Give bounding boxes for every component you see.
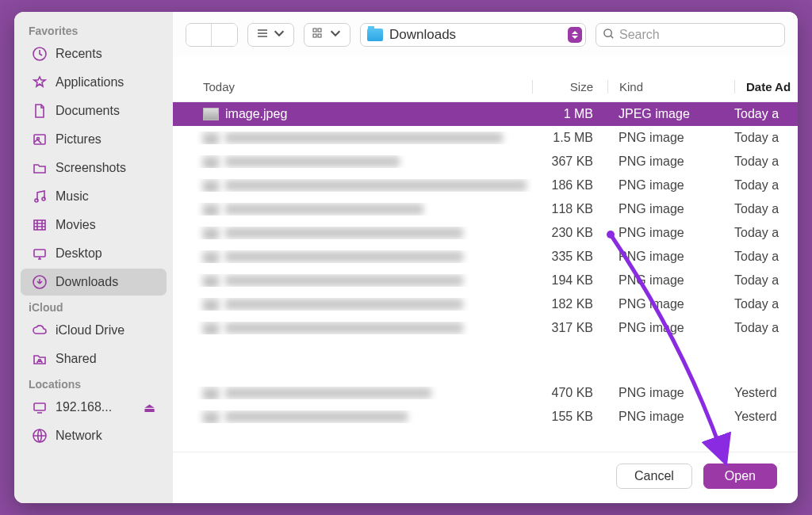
- movie-icon: [32, 217, 48, 233]
- sidebar-item-applications[interactable]: Applications: [21, 69, 167, 96]
- file-name-blurred: [225, 204, 423, 215]
- column-kind[interactable]: Kind: [607, 80, 734, 93]
- sidebar-item-192-168-[interactable]: 192.168...⏏: [21, 394, 167, 421]
- location-label: Downloads: [389, 27, 456, 43]
- file-size: 182 KB: [532, 297, 607, 311]
- nav-forward-button[interactable]: [212, 24, 237, 46]
- dialog-footer: Cancel Open: [173, 452, 798, 503]
- file-name-cell: [173, 298, 532, 311]
- sidebar-item-desktop[interactable]: Desktop: [21, 240, 167, 267]
- file-name-blurred: [225, 299, 463, 310]
- sidebar-item-label: Music: [56, 189, 89, 204]
- file-size: 186 KB: [532, 178, 607, 193]
- file-name-cell: [173, 387, 532, 399]
- sidebar-item-label: Applications: [56, 75, 124, 90]
- file-name-blurred: [225, 227, 463, 238]
- sidebar-item-recents[interactable]: Recents: [21, 40, 167, 67]
- table-row[interactable]: 155 KBPNG imageYesterd: [173, 405, 798, 429]
- group-by-button[interactable]: [304, 23, 350, 47]
- table-row[interactable]: 194 KBPNG imageToday a: [173, 269, 798, 292]
- file-name-cell: [173, 410, 532, 423]
- file-date: Today a: [734, 273, 798, 288]
- file-size: 367 KB: [532, 154, 607, 169]
- cancel-button[interactable]: Cancel: [616, 464, 692, 489]
- globe-icon: [32, 428, 48, 444]
- file-size: 1 MB: [532, 107, 607, 121]
- sidebar-item-pictures[interactable]: Pictures: [21, 126, 167, 153]
- file-name-blurred: [225, 251, 463, 262]
- column-date[interactable]: Date Ad: [734, 80, 798, 93]
- updown-icon: [568, 27, 582, 43]
- file-name-blurred: [225, 411, 408, 422]
- file-date: Today a: [734, 226, 798, 240]
- sidebar-item-label: Documents: [56, 104, 120, 118]
- file-size: 335 KB: [532, 250, 607, 264]
- file-kind: JPEG image: [607, 107, 734, 121]
- file-name-cell: [173, 179, 532, 192]
- table-row[interactable]: 182 KBPNG imageToday a: [173, 292, 798, 316]
- file-thumb-icon: [203, 410, 219, 423]
- doc-icon: [32, 103, 48, 119]
- table-row[interactable]: 1.5 MBPNG imageToday a: [173, 126, 798, 150]
- table-row[interactable]: 470 KBPNG imageYesterd: [173, 381, 798, 405]
- sidebar-item-icloud-drive[interactable]: iCloud Drive: [21, 317, 167, 344]
- search-input[interactable]: [619, 28, 778, 42]
- grid-icon: [312, 27, 325, 43]
- location-popup[interactable]: Downloads: [360, 23, 586, 47]
- search-field[interactable]: [596, 23, 785, 47]
- file-size: 118 KB: [532, 202, 607, 216]
- column-name[interactable]: Today: [173, 80, 532, 93]
- open-file-dialog: Favorites Recents Applications Documents…: [14, 12, 798, 503]
- sidebar-item-label: Screenshots: [56, 161, 126, 175]
- table-row[interactable]: 186 KBPNG imageToday a: [173, 174, 798, 197]
- open-button[interactable]: Open: [703, 464, 777, 489]
- nav-back-button[interactable]: [186, 24, 212, 46]
- file-list[interactable]: image.jpeg1 MBJPEG imageToday a1.5 MBPNG…: [173, 102, 798, 452]
- toolbar: Downloads: [173, 12, 798, 56]
- table-row[interactable]: 335 KBPNG imageToday a: [173, 245, 798, 269]
- file-date: Today a: [734, 297, 798, 311]
- sidebar-item-screenshots[interactable]: Screenshots: [21, 154, 167, 181]
- svg-rect-6: [34, 250, 45, 257]
- shared-icon: [32, 351, 48, 367]
- svg-point-4: [42, 197, 45, 200]
- svg-point-3: [35, 199, 38, 202]
- download-icon: [32, 274, 48, 290]
- file-kind: PNG image: [607, 297, 734, 311]
- table-row[interactable]: 118 KBPNG imageToday a: [173, 197, 798, 221]
- sidebar-item-music[interactable]: Music: [21, 183, 167, 210]
- file-name-blurred: [225, 180, 527, 191]
- sidebar-item-documents[interactable]: Documents: [21, 97, 167, 124]
- file-kind: PNG image: [607, 410, 734, 424]
- file-thumb-icon: [203, 322, 219, 334]
- file-name-cell: [173, 155, 532, 168]
- table-row[interactable]: 317 KBPNG imageToday a: [173, 316, 798, 340]
- file-size: 230 KB: [532, 226, 607, 240]
- table-row[interactable]: 367 KBPNG imageToday a: [173, 150, 798, 174]
- sidebar-item-movies[interactable]: Movies: [21, 212, 167, 238]
- column-size[interactable]: Size: [532, 80, 607, 93]
- music-icon: [32, 189, 48, 204]
- file-name: image.jpeg: [225, 107, 287, 121]
- file-thumb-icon: [203, 203, 219, 216]
- sidebar-item-downloads[interactable]: Downloads: [21, 269, 167, 296]
- sidebar-item-label: Pictures: [56, 132, 102, 147]
- svg-rect-14: [318, 34, 321, 37]
- sidebar-item-shared[interactable]: Shared: [21, 345, 167, 372]
- eject-icon[interactable]: ⏏: [144, 400, 155, 415]
- desktop-icon: [32, 246, 48, 261]
- apps-icon: [32, 74, 48, 90]
- view-list-button[interactable]: [247, 23, 294, 47]
- file-kind: PNG image: [607, 154, 734, 169]
- table-row[interactable]: image.jpeg1 MBJPEG imageToday a: [173, 102, 798, 126]
- sidebar-item-network[interactable]: Network: [21, 422, 167, 449]
- file-size: 194 KB: [532, 273, 607, 288]
- file-thumb-icon: [203, 274, 219, 287]
- file-name-blurred: [225, 275, 463, 286]
- display-icon: [32, 399, 48, 415]
- table-row[interactable]: 230 KBPNG imageToday a: [173, 221, 798, 245]
- clock-icon: [32, 46, 48, 62]
- file-name-cell: [173, 250, 532, 263]
- file-name-cell: image.jpeg: [173, 107, 532, 121]
- file-size: 470 KB: [532, 386, 607, 400]
